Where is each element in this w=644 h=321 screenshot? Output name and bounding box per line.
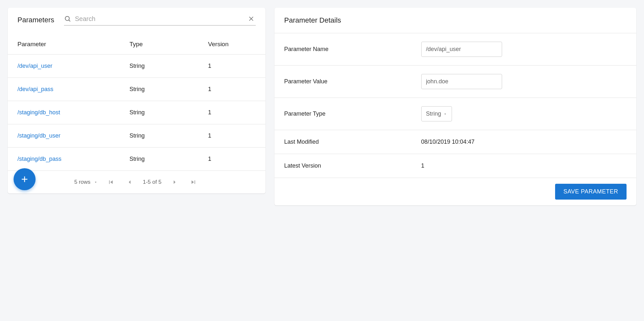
detail-row-latest-version: Latest Version 1 xyxy=(274,154,636,178)
first-page-icon xyxy=(107,179,114,186)
table-row[interactable]: /dev/api_pass String 1 xyxy=(8,78,265,101)
column-header-version: Version xyxy=(208,41,256,48)
column-header-parameter: Parameter xyxy=(17,41,129,48)
parameter-link[interactable]: /staging/db_pass xyxy=(17,156,61,162)
parameter-type: String xyxy=(129,86,208,93)
parameter-type: String xyxy=(129,156,208,162)
svg-point-0 xyxy=(65,16,69,21)
value-last-modified: 08/10/2019 10:04:47 xyxy=(421,139,627,145)
table-row[interactable]: /staging/db_user String 1 xyxy=(8,124,265,148)
search-field[interactable] xyxy=(64,14,256,26)
label-parameter-name: Parameter Name xyxy=(284,46,421,53)
search-input[interactable] xyxy=(74,15,247,23)
search-icon xyxy=(64,15,71,22)
value-latest-version: 1 xyxy=(421,162,627,169)
rows-per-page-select[interactable]: 5 rows xyxy=(74,179,98,185)
parameters-table: Parameter Type Version /dev/api_user Str… xyxy=(8,34,265,171)
label-parameter-value: Parameter Value xyxy=(284,78,421,85)
parameter-type-select[interactable]: String xyxy=(421,106,452,121)
clear-search-button[interactable] xyxy=(247,14,256,23)
parameter-name-input[interactable] xyxy=(421,42,502,57)
parameter-value-input[interactable] xyxy=(421,74,502,89)
rows-per-page-label: 5 rows xyxy=(74,179,91,185)
parameter-version: 1 xyxy=(208,109,256,116)
parameter-version: 1 xyxy=(208,156,256,162)
parameter-link[interactable]: /dev/api_pass xyxy=(17,86,53,92)
table-row[interactable]: /staging/db_pass String 1 xyxy=(8,148,265,171)
table-row[interactable]: /dev/api_user String 1 xyxy=(8,55,265,78)
parameter-details-panel: Parameter Details Parameter Name Paramet… xyxy=(274,8,636,205)
detail-row-name: Parameter Name xyxy=(274,33,636,66)
plus-icon xyxy=(20,175,29,183)
prev-page-button[interactable] xyxy=(124,177,135,188)
caret-down-icon xyxy=(443,112,447,116)
parameter-version: 1 xyxy=(208,63,256,69)
first-page-button[interactable] xyxy=(105,177,116,188)
parameter-link[interactable]: /staging/db_host xyxy=(17,109,60,116)
details-title: Parameter Details xyxy=(274,8,636,33)
column-header-type: Type xyxy=(129,41,208,48)
detail-row-value: Parameter Value xyxy=(274,66,636,98)
parameter-type-value: String xyxy=(426,110,441,117)
last-page-icon xyxy=(190,179,197,186)
parameter-type: String xyxy=(129,132,208,139)
caret-down-icon xyxy=(94,180,98,184)
parameters-title: Parameters xyxy=(17,16,54,24)
save-row: SAVE PARAMETER xyxy=(274,178,636,205)
label-parameter-type: Parameter Type xyxy=(284,110,421,117)
table-row[interactable]: /staging/db_host String 1 xyxy=(8,101,265,124)
close-icon xyxy=(248,16,254,22)
svg-line-1 xyxy=(69,20,70,22)
add-parameter-button[interactable] xyxy=(14,168,36,190)
last-page-button[interactable] xyxy=(188,177,199,188)
parameter-type: String xyxy=(129,109,208,116)
label-last-modified: Last Modified xyxy=(284,139,421,145)
parameters-panel: Parameters Parameter Type Version xyxy=(8,8,265,193)
parameter-version: 1 xyxy=(208,132,256,139)
table-header-row: Parameter Type Version xyxy=(8,34,265,55)
parameter-link[interactable]: /dev/api_user xyxy=(17,63,52,69)
parameter-type: String xyxy=(129,63,208,69)
parameter-link[interactable]: /staging/db_user xyxy=(17,132,60,139)
next-page-button[interactable] xyxy=(169,177,180,188)
detail-row-type: Parameter Type String xyxy=(274,98,636,130)
table-footer: 5 rows 1-5 of 5 xyxy=(8,171,265,193)
parameters-header: Parameters xyxy=(8,8,265,26)
chevron-right-icon xyxy=(171,179,178,186)
save-parameter-button[interactable]: SAVE PARAMETER xyxy=(555,184,627,200)
parameter-version: 1 xyxy=(208,86,256,93)
detail-row-last-modified: Last Modified 08/10/2019 10:04:47 xyxy=(274,130,636,154)
chevron-left-icon xyxy=(126,179,133,186)
label-latest-version: Latest Version xyxy=(284,162,421,169)
page-range: 1-5 of 5 xyxy=(143,179,162,185)
